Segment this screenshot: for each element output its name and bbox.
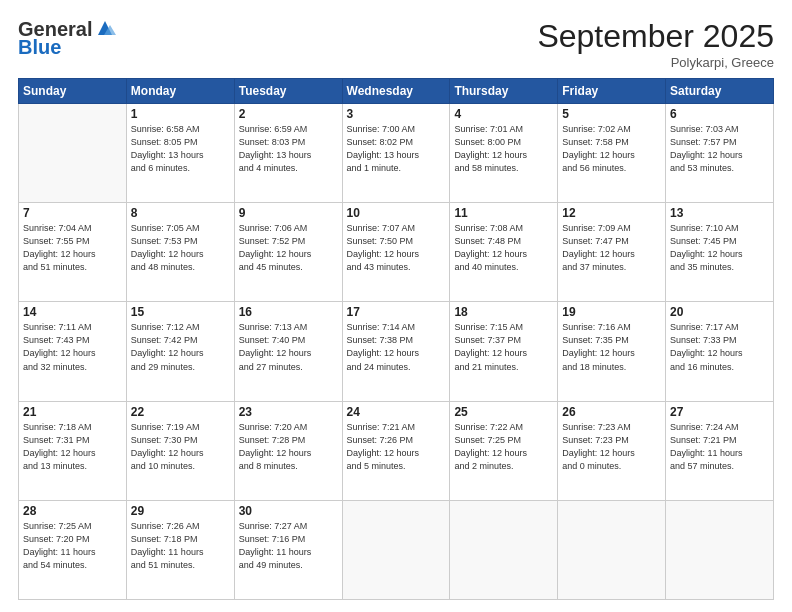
calendar-day-cell: 24Sunrise: 7:21 AM Sunset: 7:26 PM Dayli… — [342, 401, 450, 500]
day-info: Sunrise: 7:05 AM Sunset: 7:53 PM Dayligh… — [131, 222, 230, 274]
day-info: Sunrise: 7:24 AM Sunset: 7:21 PM Dayligh… — [670, 421, 769, 473]
calendar-day-cell: 26Sunrise: 7:23 AM Sunset: 7:23 PM Dayli… — [558, 401, 666, 500]
calendar-week-row: 7Sunrise: 7:04 AM Sunset: 7:55 PM Daylig… — [19, 203, 774, 302]
day-info: Sunrise: 7:11 AM Sunset: 7:43 PM Dayligh… — [23, 321, 122, 373]
day-number: 11 — [454, 206, 553, 220]
day-number: 17 — [347, 305, 446, 319]
day-number: 26 — [562, 405, 661, 419]
calendar-day-cell: 4Sunrise: 7:01 AM Sunset: 8:00 PM Daylig… — [450, 104, 558, 203]
calendar-day-cell: 21Sunrise: 7:18 AM Sunset: 7:31 PM Dayli… — [19, 401, 127, 500]
calendar-day-cell: 10Sunrise: 7:07 AM Sunset: 7:50 PM Dayli… — [342, 203, 450, 302]
calendar-day-cell: 6Sunrise: 7:03 AM Sunset: 7:57 PM Daylig… — [666, 104, 774, 203]
calendar-day-cell: 3Sunrise: 7:00 AM Sunset: 8:02 PM Daylig… — [342, 104, 450, 203]
day-number: 22 — [131, 405, 230, 419]
day-info: Sunrise: 7:21 AM Sunset: 7:26 PM Dayligh… — [347, 421, 446, 473]
calendar-day-header: Tuesday — [234, 79, 342, 104]
subtitle: Polykarpi, Greece — [537, 55, 774, 70]
calendar-day-cell: 7Sunrise: 7:04 AM Sunset: 7:55 PM Daylig… — [19, 203, 127, 302]
day-info: Sunrise: 7:19 AM Sunset: 7:30 PM Dayligh… — [131, 421, 230, 473]
day-number: 19 — [562, 305, 661, 319]
day-info: Sunrise: 6:59 AM Sunset: 8:03 PM Dayligh… — [239, 123, 338, 175]
day-info: Sunrise: 7:13 AM Sunset: 7:40 PM Dayligh… — [239, 321, 338, 373]
day-number: 13 — [670, 206, 769, 220]
day-number: 5 — [562, 107, 661, 121]
calendar-day-cell: 15Sunrise: 7:12 AM Sunset: 7:42 PM Dayli… — [126, 302, 234, 401]
day-number: 15 — [131, 305, 230, 319]
calendar-day-cell: 1Sunrise: 6:58 AM Sunset: 8:05 PM Daylig… — [126, 104, 234, 203]
day-info: Sunrise: 7:27 AM Sunset: 7:16 PM Dayligh… — [239, 520, 338, 572]
day-info: Sunrise: 7:06 AM Sunset: 7:52 PM Dayligh… — [239, 222, 338, 274]
day-number: 1 — [131, 107, 230, 121]
calendar-day-header: Sunday — [19, 79, 127, 104]
day-number: 28 — [23, 504, 122, 518]
day-info: Sunrise: 7:10 AM Sunset: 7:45 PM Dayligh… — [670, 222, 769, 274]
day-number: 25 — [454, 405, 553, 419]
calendar-empty-cell — [19, 104, 127, 203]
day-number: 23 — [239, 405, 338, 419]
day-number: 3 — [347, 107, 446, 121]
day-info: Sunrise: 7:26 AM Sunset: 7:18 PM Dayligh… — [131, 520, 230, 572]
calendar-day-cell: 16Sunrise: 7:13 AM Sunset: 7:40 PM Dayli… — [234, 302, 342, 401]
title-block: September 2025 Polykarpi, Greece — [537, 18, 774, 70]
calendar-day-cell: 25Sunrise: 7:22 AM Sunset: 7:25 PM Dayli… — [450, 401, 558, 500]
calendar-day-header: Thursday — [450, 79, 558, 104]
logo-blue: Blue — [18, 36, 116, 58]
day-number: 27 — [670, 405, 769, 419]
day-number: 12 — [562, 206, 661, 220]
calendar-day-cell: 28Sunrise: 7:25 AM Sunset: 7:20 PM Dayli… — [19, 500, 127, 599]
day-info: Sunrise: 7:22 AM Sunset: 7:25 PM Dayligh… — [454, 421, 553, 473]
calendar-body: 1Sunrise: 6:58 AM Sunset: 8:05 PM Daylig… — [19, 104, 774, 600]
calendar-day-cell: 11Sunrise: 7:08 AM Sunset: 7:48 PM Dayli… — [450, 203, 558, 302]
day-number: 6 — [670, 107, 769, 121]
day-info: Sunrise: 7:02 AM Sunset: 7:58 PM Dayligh… — [562, 123, 661, 175]
calendar-week-row: 28Sunrise: 7:25 AM Sunset: 7:20 PM Dayli… — [19, 500, 774, 599]
calendar-day-cell: 12Sunrise: 7:09 AM Sunset: 7:47 PM Dayli… — [558, 203, 666, 302]
calendar-day-cell: 30Sunrise: 7:27 AM Sunset: 7:16 PM Dayli… — [234, 500, 342, 599]
calendar-day-cell: 9Sunrise: 7:06 AM Sunset: 7:52 PM Daylig… — [234, 203, 342, 302]
day-info: Sunrise: 7:23 AM Sunset: 7:23 PM Dayligh… — [562, 421, 661, 473]
day-info: Sunrise: 7:12 AM Sunset: 7:42 PM Dayligh… — [131, 321, 230, 373]
day-number: 21 — [23, 405, 122, 419]
calendar-empty-cell — [342, 500, 450, 599]
calendar-day-cell: 13Sunrise: 7:10 AM Sunset: 7:45 PM Dayli… — [666, 203, 774, 302]
day-info: Sunrise: 7:16 AM Sunset: 7:35 PM Dayligh… — [562, 321, 661, 373]
month-title: September 2025 — [537, 18, 774, 55]
day-info: Sunrise: 7:09 AM Sunset: 7:47 PM Dayligh… — [562, 222, 661, 274]
calendar-day-cell: 27Sunrise: 7:24 AM Sunset: 7:21 PM Dayli… — [666, 401, 774, 500]
page: General Blue September 2025 Polykarpi, G… — [0, 0, 792, 612]
calendar-day-cell: 20Sunrise: 7:17 AM Sunset: 7:33 PM Dayli… — [666, 302, 774, 401]
day-number: 7 — [23, 206, 122, 220]
day-info: Sunrise: 7:18 AM Sunset: 7:31 PM Dayligh… — [23, 421, 122, 473]
day-info: Sunrise: 7:15 AM Sunset: 7:37 PM Dayligh… — [454, 321, 553, 373]
day-info: Sunrise: 7:04 AM Sunset: 7:55 PM Dayligh… — [23, 222, 122, 274]
calendar-week-row: 14Sunrise: 7:11 AM Sunset: 7:43 PM Dayli… — [19, 302, 774, 401]
header: General Blue September 2025 Polykarpi, G… — [18, 18, 774, 70]
calendar-day-cell: 18Sunrise: 7:15 AM Sunset: 7:37 PM Dayli… — [450, 302, 558, 401]
calendar-day-header: Wednesday — [342, 79, 450, 104]
day-info: Sunrise: 7:25 AM Sunset: 7:20 PM Dayligh… — [23, 520, 122, 572]
calendar-day-cell: 23Sunrise: 7:20 AM Sunset: 7:28 PM Dayli… — [234, 401, 342, 500]
calendar-day-cell: 19Sunrise: 7:16 AM Sunset: 7:35 PM Dayli… — [558, 302, 666, 401]
day-number: 20 — [670, 305, 769, 319]
day-info: Sunrise: 7:14 AM Sunset: 7:38 PM Dayligh… — [347, 321, 446, 373]
calendar-day-cell: 5Sunrise: 7:02 AM Sunset: 7:58 PM Daylig… — [558, 104, 666, 203]
day-info: Sunrise: 6:58 AM Sunset: 8:05 PM Dayligh… — [131, 123, 230, 175]
calendar-day-cell: 2Sunrise: 6:59 AM Sunset: 8:03 PM Daylig… — [234, 104, 342, 203]
calendar-week-row: 1Sunrise: 6:58 AM Sunset: 8:05 PM Daylig… — [19, 104, 774, 203]
calendar-day-header: Friday — [558, 79, 666, 104]
logo-text: General Blue — [18, 18, 116, 58]
day-info: Sunrise: 7:17 AM Sunset: 7:33 PM Dayligh… — [670, 321, 769, 373]
calendar-day-cell: 8Sunrise: 7:05 AM Sunset: 7:53 PM Daylig… — [126, 203, 234, 302]
calendar-table: SundayMondayTuesdayWednesdayThursdayFrid… — [18, 78, 774, 600]
calendar-day-cell: 14Sunrise: 7:11 AM Sunset: 7:43 PM Dayli… — [19, 302, 127, 401]
day-info: Sunrise: 7:08 AM Sunset: 7:48 PM Dayligh… — [454, 222, 553, 274]
logo: General Blue — [18, 18, 116, 58]
day-info: Sunrise: 7:01 AM Sunset: 8:00 PM Dayligh… — [454, 123, 553, 175]
calendar-empty-cell — [450, 500, 558, 599]
calendar-header-row: SundayMondayTuesdayWednesdayThursdayFrid… — [19, 79, 774, 104]
day-number: 24 — [347, 405, 446, 419]
calendar-day-cell: 17Sunrise: 7:14 AM Sunset: 7:38 PM Dayli… — [342, 302, 450, 401]
day-info: Sunrise: 7:20 AM Sunset: 7:28 PM Dayligh… — [239, 421, 338, 473]
day-number: 8 — [131, 206, 230, 220]
day-number: 16 — [239, 305, 338, 319]
